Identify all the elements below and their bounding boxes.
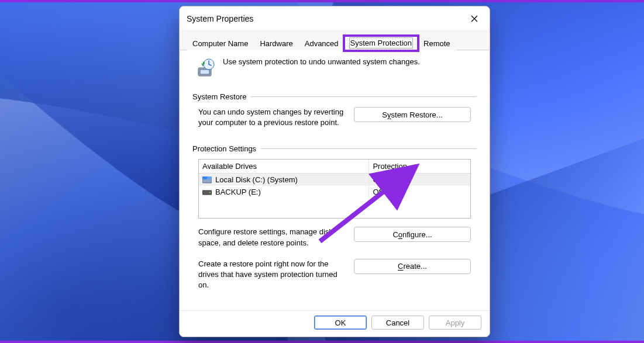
ok-button[interactable]: OK — [314, 316, 367, 330]
system-properties-dialog: System Properties Computer Name Hardware… — [179, 6, 490, 337]
svg-rect-4 — [202, 179, 212, 183]
dialog-footer: OK Cancel Apply — [180, 310, 490, 337]
svg-rect-1 — [200, 70, 209, 74]
titlebar: System Properties — [180, 6, 490, 30]
window-title: System Properties — [187, 14, 253, 23]
system-restore-icon — [195, 57, 216, 78]
group-protection-settings: Protection Settings — [192, 144, 477, 153]
drive-protection: Off — [369, 186, 470, 198]
drive-icon — [202, 189, 212, 196]
restore-description: You can undo system changes by reverting… — [198, 107, 345, 128]
tabstrip: Computer Name Hardware Advanced System P… — [180, 30, 490, 50]
group-title-label: Protection Settings — [192, 144, 256, 153]
tab-content: Use system protection to undo unwanted s… — [180, 50, 490, 310]
close-button[interactable] — [463, 11, 486, 27]
configure-description: Configure restore settings, manage disk … — [198, 227, 345, 248]
drives-table[interactable]: Available Drives Protection Local Disk (… — [198, 159, 471, 219]
close-icon — [471, 15, 478, 22]
os-drive-icon — [202, 176, 212, 183]
table-row[interactable]: BACKUP (E:) Off — [199, 186, 470, 198]
apply-button[interactable]: Apply — [429, 316, 481, 330]
tab-advanced[interactable]: Advanced — [299, 37, 345, 50]
drive-name: Local Disk (C:) (System) — [215, 175, 298, 184]
svg-rect-5 — [202, 176, 207, 179]
tab-hardware[interactable]: Hardware — [254, 37, 298, 50]
create-button[interactable]: Create... — [354, 259, 471, 274]
col-header-drives: Available Drives — [199, 160, 369, 173]
svg-rect-6 — [207, 176, 212, 179]
create-description: Create a restore point right now for the… — [198, 259, 345, 291]
tab-system-protection[interactable]: System Protection — [345, 36, 418, 50]
tab-computer-name[interactable]: Computer Name — [187, 37, 254, 50]
drive-name: BACKUP (E:) — [215, 188, 261, 196]
drives-header: Available Drives Protection — [199, 160, 470, 174]
group-title-label: System Restore — [192, 92, 246, 101]
svg-point-8 — [209, 192, 211, 193]
drive-protection: On — [369, 174, 470, 186]
system-restore-button[interactable]: System Restore... — [354, 107, 471, 122]
configure-button[interactable]: Configure... — [354, 227, 471, 242]
cancel-button[interactable]: Cancel — [371, 316, 424, 330]
table-row[interactable]: Local Disk (C:) (System) On — [199, 174, 470, 186]
tab-remote[interactable]: Remote — [418, 37, 456, 50]
col-header-protection: Protection — [369, 160, 470, 173]
intro-text: Use system protection to undo unwanted s… — [223, 57, 420, 66]
group-system-restore: System Restore — [192, 92, 477, 101]
